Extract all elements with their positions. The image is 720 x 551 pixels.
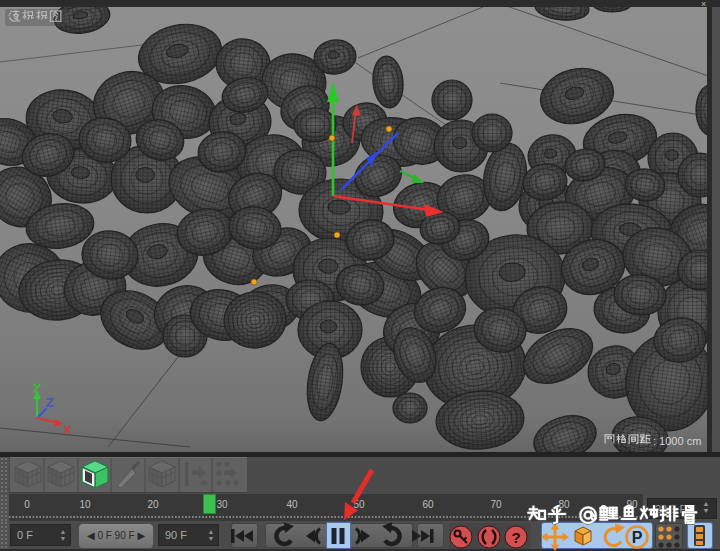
svg-text:: 1000 cm: : 1000 cm — [653, 435, 701, 447]
svg-text:?: ? — [511, 529, 520, 546]
svg-text:P: P — [632, 529, 643, 546]
